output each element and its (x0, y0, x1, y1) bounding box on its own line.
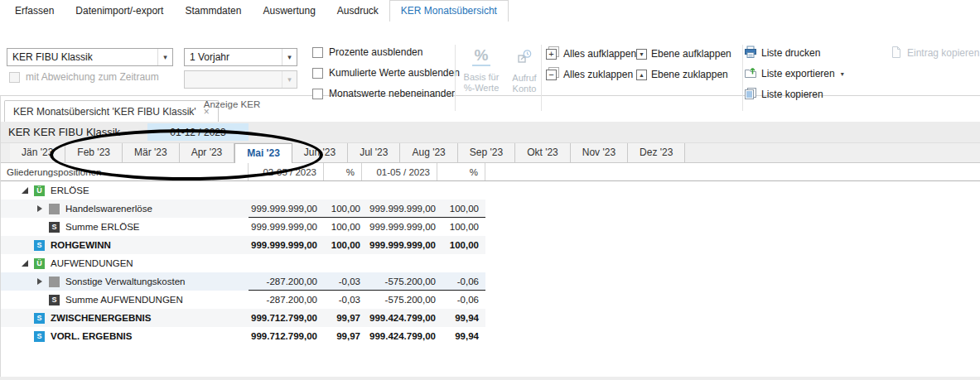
eintrag-kopieren-button[interactable]: Eintrag kopieren (890, 45, 979, 61)
vorjahr-combobox[interactable]: 1 Vorjahr ▾ (184, 48, 297, 66)
row-label-cell: ÜAUFWENDUNGEN (0, 254, 249, 272)
row-label: ERLÖSE (51, 185, 89, 195)
month-tab-sep-23[interactable]: Sep '23 (458, 143, 515, 162)
table-row-summe-aufwendungen[interactable]: SSumme AUFWENDUNGEN-287.200,00-0,03-575.… (0, 291, 485, 309)
button-label: Ebene aufklappen (651, 48, 731, 60)
row-values (249, 181, 485, 200)
ribbon-tab-ker-monatsübersicht[interactable]: KER Monatsübersicht (389, 0, 509, 22)
month-tab-jul-23[interactable]: Jul '23 (348, 143, 400, 162)
ebene-aufklappen-button[interactable]: ▼ Ebene aufklappen (636, 46, 731, 62)
value-cell-v1: -287.200,00 (249, 272, 324, 290)
checkbox-icon (9, 72, 20, 83)
liste-drucken-button[interactable]: Liste drucken (744, 45, 820, 61)
checkbox-label: Monatswerte nebeneinander (329, 88, 455, 99)
row-values: 999.712.799,0099,97999.424.799,0099,94 (249, 309, 485, 327)
checkbox-label: Kumulierte Werte ausblenden (329, 67, 460, 79)
month-tab-jän-23[interactable]: Jän '23 (10, 143, 65, 162)
month-tab-aug-23[interactable]: Aug '23 (400, 143, 457, 162)
checkbox-icon (312, 68, 323, 79)
basis-fuer-prozent-werte-button[interactable]: % Basis für %-Werte (456, 46, 506, 94)
expander-collapsed-icon[interactable] (33, 200, 46, 218)
ribbon-tab-ausdruck[interactable]: Ausdruck (326, 0, 389, 22)
column-header-period-2[interactable]: 01-05 / 2023 (362, 163, 437, 180)
row-values: -287.200,00-0,03-575.200,00-0,06 (249, 291, 485, 309)
ribbon-tab-erfassen[interactable]: Erfassen (4, 0, 65, 22)
value-cell-p1 (324, 181, 362, 200)
prozente-ausblenden-checkbox[interactable]: Prozente ausblenden (312, 46, 422, 58)
month-tab-jun-23[interactable]: Jun '23 (292, 143, 348, 162)
ribbon-tab-stammdaten[interactable]: Stammdaten (174, 0, 252, 22)
view-header: KER KER FIBU Klassik 01-12 / 2023 (0, 122, 980, 142)
row-label: ZWISCHENERGEBNIS (51, 313, 151, 323)
value-cell-p2: 99,94 (437, 309, 485, 327)
row-label: Summe ERLÖSE (65, 222, 139, 232)
table-row-summe-erlöse[interactable]: SSumme ERLÖSE999.999.999,00100,00999.999… (0, 218, 485, 236)
value-cell-p2: 100,00 (437, 200, 485, 217)
value-cell-v2 (362, 181, 437, 200)
value-cell-v2: 999.999.999,00 (362, 200, 437, 217)
liste-kopieren-button[interactable]: Liste kopieren (744, 86, 823, 103)
zeitraum-combobox-disabled[interactable]: ▾ (184, 70, 297, 89)
expander-spacer (18, 236, 31, 254)
button-label: Basis für (464, 72, 500, 82)
export-icon (744, 66, 757, 82)
checkbox-icon (312, 47, 323, 58)
value-cell-v1: -287.200,00 (249, 291, 324, 309)
ebene-zuklappen-button[interactable]: ▲ Ebene zuklappen (636, 66, 728, 83)
abweichung-checkbox[interactable]: mit Abweichung zum Zeitraum (9, 71, 159, 83)
copy-list-icon (744, 87, 757, 103)
value-cell-v2: 999.424.799,00 (362, 309, 437, 327)
value-cell-v1: 999.712.799,00 (249, 309, 324, 327)
horizontal-scrollbar[interactable] (0, 377, 980, 380)
expand-all-icon: + (546, 49, 557, 60)
liste-exportieren-button[interactable]: Liste exportieren ▾ (744, 65, 844, 82)
row-badge-s-dark-icon: S (49, 222, 60, 233)
month-tab-feb-23[interactable]: Feb '23 (65, 143, 123, 162)
table-row-handelswarenerlöse[interactable]: Handelswarenerlöse999.999.999,00100,0099… (0, 200, 485, 218)
value-cell-v1 (249, 181, 324, 200)
collapse-level-icon: ▲ (636, 70, 647, 80)
row-label: VORL. ERGEBNIS (51, 331, 132, 341)
ker-auswahl-combobox[interactable]: KER FIBU Klassik ▾ (7, 48, 173, 66)
alles-zuklappen-button[interactable]: − Alles zuklappen (546, 66, 633, 83)
column-header-percent-1[interactable]: % (324, 163, 362, 180)
expander-spacer (33, 291, 46, 309)
alles-aufklappen-button[interactable]: + Alles aufklappen (546, 46, 636, 62)
table-row-erlöse[interactable]: ÜERLÖSE (0, 181, 485, 200)
value-cell-v1: 999.999.999,00 (249, 236, 324, 254)
checkbox-icon (312, 89, 323, 99)
row-badge-ue-icon: Ü (34, 185, 45, 196)
table-row-rohgewinn[interactable]: SROHGEWINN999.999.999,00100,00999.999.99… (0, 236, 485, 254)
column-header-period-1[interactable]: 02-05 / 2023 (249, 163, 324, 180)
chevron-down-icon[interactable]: ▾ (157, 49, 172, 65)
month-tab-mai-23[interactable]: Mai '23 (234, 143, 292, 163)
row-values: 999.999.999,00100,00999.999.999,00100,00 (249, 236, 485, 254)
expander-expanded-icon[interactable] (18, 254, 31, 272)
ribbon-tab-datenimport-export[interactable]: Datenimport/-export (65, 0, 174, 22)
monatswerte-nebeneinander-checkbox[interactable]: Monatswerte nebeneinander (312, 88, 455, 99)
expander-expanded-icon[interactable] (18, 181, 31, 200)
month-tab-dez-23[interactable]: Dez '23 (628, 143, 685, 162)
column-header-percent-2[interactable]: % (437, 163, 485, 180)
table-row-sonstige-verwaltungskosten[interactable]: Sonstige Verwaltungskosten-287.200,00-0,… (0, 272, 485, 291)
ker-combobox-value: KER FIBU Klassik (7, 51, 157, 63)
chevron-down-icon: ▾ (282, 71, 297, 88)
aufruf-konto-button[interactable]: Aufruf Konto (506, 46, 543, 94)
month-tab-okt-23[interactable]: Okt '23 (515, 143, 571, 162)
expander-collapsed-icon[interactable] (33, 272, 46, 291)
month-tab-nov-23[interactable]: Nov '23 (571, 143, 628, 162)
column-header-gliederungspositionen[interactable]: Gliederungspositionen (0, 163, 249, 180)
table-row-zwischenergebnis[interactable]: SZWISCHENERGEBNIS999.712.799,0099,97999.… (0, 309, 485, 327)
printer-icon (744, 46, 757, 61)
window-left-border (0, 95, 1, 380)
table-row-aufwendungen[interactable]: ÜAUFWENDUNGEN (0, 254, 485, 272)
kumulierte-werte-ausblenden-checkbox[interactable]: Kumulierte Werte ausblenden (312, 67, 460, 79)
ribbon-tab-auswertung[interactable]: Auswertung (252, 0, 326, 22)
value-cell-p2: 100,00 (437, 236, 485, 254)
document-tab-strip: KER Monatsübersicht 'KER FIBU Klassik' × (0, 95, 980, 122)
month-tab-mär-23[interactable]: Mär '23 (123, 143, 180, 162)
chevron-down-icon[interactable]: ▾ (282, 49, 297, 65)
table-row-vorl-ergebnis[interactable]: SVORL. ERGEBNIS999.712.799,0099,97999.42… (0, 327, 485, 345)
month-tab-apr-23[interactable]: Apr '23 (180, 143, 235, 162)
row-badge-ue-icon: Ü (34, 258, 45, 269)
